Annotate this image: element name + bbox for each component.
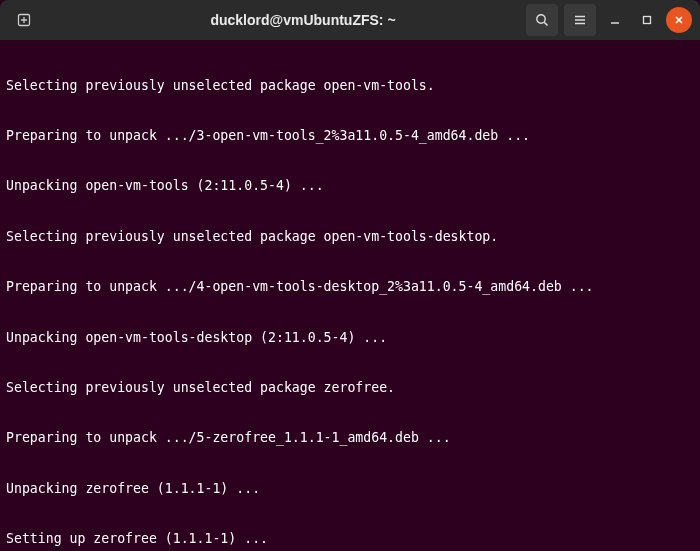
terminal-line: Selecting previously unselected package … <box>6 78 694 95</box>
terminal-line: Unpacking zerofree (1.1.1-1) ... <box>6 481 694 498</box>
terminal-line: Unpacking open-vm-tools-desktop (2:11.0.… <box>6 330 694 347</box>
terminal-line: Selecting previously unselected package … <box>6 380 694 397</box>
terminal-line: Unpacking open-vm-tools (2:11.0.5-4) ... <box>6 178 694 195</box>
terminal-output[interactable]: Selecting previously unselected package … <box>0 40 700 551</box>
terminal-line: Preparing to unpack .../3-open-vm-tools_… <box>6 128 694 145</box>
minimize-button[interactable] <box>602 7 628 33</box>
titlebar-left <box>8 4 80 36</box>
close-icon <box>673 14 685 26</box>
titlebar-right <box>526 4 692 36</box>
minimize-icon <box>609 14 621 26</box>
terminal-line: Preparing to unpack .../5-zerofree_1.1.1… <box>6 430 694 447</box>
new-tab-icon <box>16 12 32 28</box>
hamburger-icon <box>572 12 588 28</box>
terminal-window: ducklord@vmUbuntuZFS: ~ Selecting previo… <box>0 0 700 551</box>
maximize-icon <box>641 14 653 26</box>
close-button[interactable] <box>666 7 692 33</box>
new-tab-button[interactable] <box>8 4 40 36</box>
titlebar: ducklord@vmUbuntuZFS: ~ <box>0 0 700 40</box>
terminal-line: Setting up zerofree (1.1.1-1) ... <box>6 531 694 548</box>
search-button[interactable] <box>526 4 558 36</box>
svg-point-3 <box>537 15 545 23</box>
search-icon <box>534 12 550 28</box>
maximize-button[interactable] <box>634 7 660 33</box>
menu-button[interactable] <box>564 4 596 36</box>
terminal-line: Preparing to unpack .../4-open-vm-tools-… <box>6 279 694 296</box>
window-title: ducklord@vmUbuntuZFS: ~ <box>86 12 520 28</box>
svg-rect-9 <box>644 17 651 24</box>
svg-line-4 <box>544 22 547 25</box>
terminal-line: Selecting previously unselected package … <box>6 229 694 246</box>
